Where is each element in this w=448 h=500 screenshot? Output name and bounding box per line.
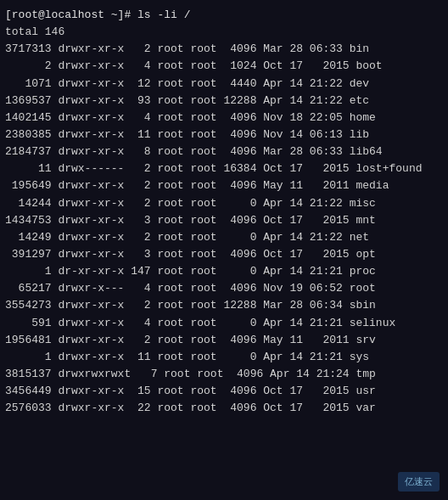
terminal-line: 1071 drwxr-xr-x 12 root root 4440 Apr 14…	[5, 76, 443, 93]
terminal-line: 3554273 drwxr-xr-x 2 root root 12288 Mar…	[5, 297, 443, 314]
terminal-line: 3456449 drwxr-xr-x 15 root root 4096 Oct…	[5, 383, 443, 400]
terminal-output: 3717313 drwxr-xr-x 2 root root 4096 Mar …	[5, 41, 443, 417]
terminal-line: 3717313 drwxr-xr-x 2 root root 4096 Mar …	[5, 41, 443, 58]
terminal-window: [root@localhost ~]# ls -li / total 146 3…	[0, 0, 448, 500]
terminal-line: 1402145 drwxr-xr-x 4 root root 4096 Nov …	[5, 110, 443, 126]
terminal-line: 1434753 drwxr-xr-x 3 root root 4096 Oct …	[5, 212, 443, 229]
terminal-line: 14249 drwxr-xr-x 2 root root 0 Apr 14 21…	[5, 229, 443, 246]
terminal-line: 14244 drwxr-xr-x 2 root root 0 Apr 14 21…	[5, 195, 443, 212]
terminal-line: 65217 drwxr-x--- 4 root root 4096 Nov 19…	[5, 280, 443, 297]
terminal-line: 391297 drwxr-xr-x 3 root root 4096 Oct 1…	[5, 246, 443, 263]
terminal-line: 1 dr-xr-xr-x 147 root root 0 Apr 14 21:2…	[5, 263, 443, 280]
terminal-line: 2 drwxr-xr-x 4 root root 1024 Oct 17 201…	[5, 58, 443, 75]
terminal-line: 1 drwxr-xr-x 11 root root 0 Apr 14 21:21…	[5, 349, 443, 366]
terminal-line: 2380385 drwxr-xr-x 11 root root 4096 Nov…	[5, 126, 443, 143]
terminal-line: 1369537 drwxr-xr-x 93 root root 12288 Ap…	[5, 93, 443, 110]
command-prompt: [root@localhost ~]# ls -li /	[5, 7, 443, 24]
watermark: 亿速云	[398, 472, 440, 492]
total-line: total 146	[5, 24, 443, 41]
terminal-line: 591 drwxr-xr-x 4 root root 0 Apr 14 21:2…	[5, 315, 443, 332]
terminal-line: 11 drwx------ 2 root root 16384 Oct 17 2…	[5, 160, 443, 177]
terminal-line: 195649 drwxr-xr-x 2 root root 4096 May 1…	[5, 177, 443, 194]
terminal-line: 3815137 drwxrwxrwxt 7 root root 4096 Apr…	[5, 366, 443, 383]
terminal-line: 2576033 drwxr-xr-x 22 root root 4096 Oct…	[5, 400, 443, 417]
terminal-line: 2184737 drwxr-xr-x 8 root root 4096 Mar …	[5, 143, 443, 160]
terminal-line: 1956481 drwxr-xr-x 2 root root 4096 May …	[5, 332, 443, 349]
